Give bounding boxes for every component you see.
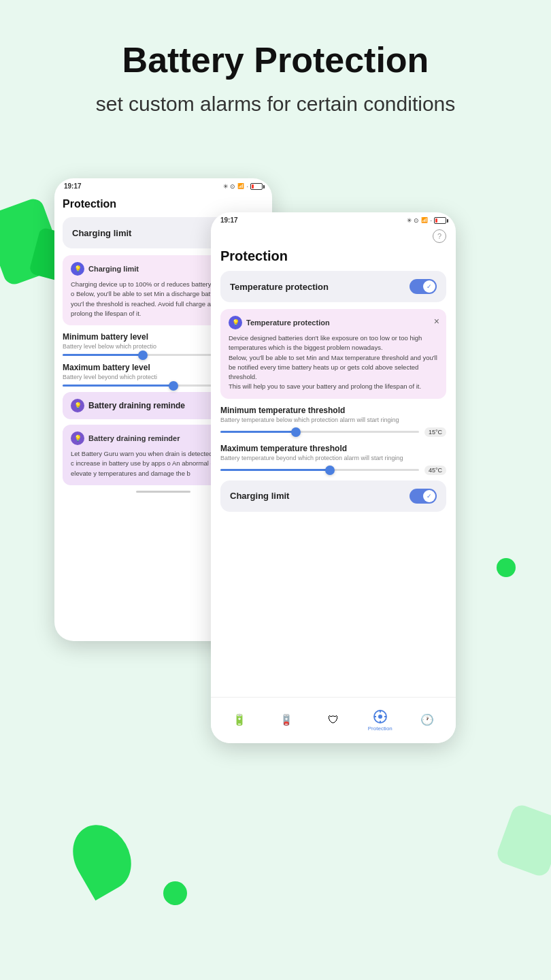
draining-icon: 💡 — [71, 399, 84, 412]
status-icons-back: ✳ ⊙ 📶 · — [223, 183, 263, 190]
min-temp-label: Minimum temperature threshold — [220, 406, 446, 415]
help-icon-front[interactable]: ? — [433, 229, 446, 243]
toggle-switch-temp[interactable]: ✓ — [410, 279, 437, 294]
header-section: Battery Protection set custom alarms for… — [0, 0, 551, 131]
max-temp-track — [220, 469, 419, 471]
deco-shape-br2 — [163, 881, 187, 905]
toggle-knob-charging-front: ✓ — [423, 490, 435, 502]
nav-item-history[interactable]: 🕐 — [403, 713, 450, 729]
phone-front: 19:17 ✳ ⊙ 📶 · ? Protection Temperature p… — [211, 212, 456, 743]
temp-protection-toggle[interactable]: Temperature protection ✓ — [220, 271, 446, 302]
max-battery-thumb[interactable] — [169, 381, 178, 391]
min-battery-thumb[interactable] — [138, 350, 148, 360]
help-row: ? — [211, 227, 456, 243]
nav-item-shield[interactable]: 🛡 — [310, 713, 357, 729]
nav-history-icon: 🕐 — [420, 713, 435, 728]
min-battery-fill — [63, 354, 143, 356]
battery-icon-back — [250, 183, 263, 190]
toggle-knob-temp: ✓ — [423, 280, 435, 293]
screen-title-front: Protection — [220, 243, 446, 271]
min-temp-subtext: Battery temperature below which protecti… — [220, 416, 446, 423]
phones-container: 19:17 ✳ ⊙ 📶 · Protection Charging limit — [0, 144, 551, 757]
home-indicator-back — [136, 491, 190, 493]
charging-limit-toggle-front[interactable]: Charging limit ✓ — [220, 480, 446, 512]
min-temp-thumb[interactable] — [291, 427, 301, 437]
deco-shape-br — [61, 815, 142, 901]
temp-card-close[interactable]: × — [434, 316, 439, 327]
max-temp-thumb[interactable] — [325, 466, 335, 475]
toggle-switch-charging-front[interactable]: ✓ — [410, 489, 437, 504]
bottom-nav: 🔋 🪫 🛡 — [211, 697, 456, 743]
temp-card-icon: 💡 — [229, 316, 242, 329]
nav-item-protection[interactable]: Protection — [356, 709, 403, 732]
status-time-back: 19:17 — [64, 182, 82, 190]
status-bar-front: 19:17 ✳ ⊙ 📶 · — [211, 212, 456, 227]
temp-card-text: Device designed batteries don't like exp… — [229, 333, 438, 392]
min-temp-value: 15°C — [424, 427, 446, 437]
nav-protection-icon — [373, 709, 388, 724]
min-temp-fill — [220, 431, 296, 433]
draining-info-icon: 💡 — [71, 431, 84, 445]
page-subtitle: set custom alarms for certain conditions — [27, 91, 524, 117]
max-temp-fill — [220, 469, 330, 471]
nav-stats-icon: 🪫 — [279, 713, 294, 728]
status-time-front: 19:17 — [220, 216, 238, 224]
nav-battery-icon: 🔋 — [232, 713, 247, 728]
nav-item-battery[interactable]: 🔋 — [216, 713, 263, 729]
min-temp-track — [220, 431, 419, 433]
max-temp-subtext: Battery temperature beyond which protect… — [220, 455, 446, 461]
max-temp-value: 45°C — [424, 466, 446, 475]
nav-shield-icon: 🛡 — [326, 713, 341, 728]
temp-info-card: × 💡 Temperature protection Device design… — [220, 309, 446, 399]
deco-shape-rb — [495, 802, 551, 879]
status-bar-back: 19:17 ✳ ⊙ 📶 · — [54, 178, 272, 193]
page-title: Battery Protection — [27, 41, 524, 80]
nav-item-stats[interactable]: 🪫 — [263, 713, 310, 729]
battery-icon-front — [434, 217, 446, 224]
status-icons-front: ✳ ⊙ 📶 · — [407, 217, 446, 224]
svg-point-1 — [378, 715, 382, 719]
max-battery-fill — [63, 385, 173, 387]
temp-card-header: 💡 Temperature protection — [229, 316, 438, 329]
phone-content-front: Protection Temperature protection ✓ × 💡 … — [211, 243, 456, 719]
charging-card-icon: 💡 — [71, 262, 84, 276]
min-temp-slider[interactable]: 15°C — [220, 427, 446, 437]
max-temp-label: Maximum temperature threshold — [220, 444, 446, 453]
max-temp-slider[interactable]: 45°C — [220, 466, 446, 475]
